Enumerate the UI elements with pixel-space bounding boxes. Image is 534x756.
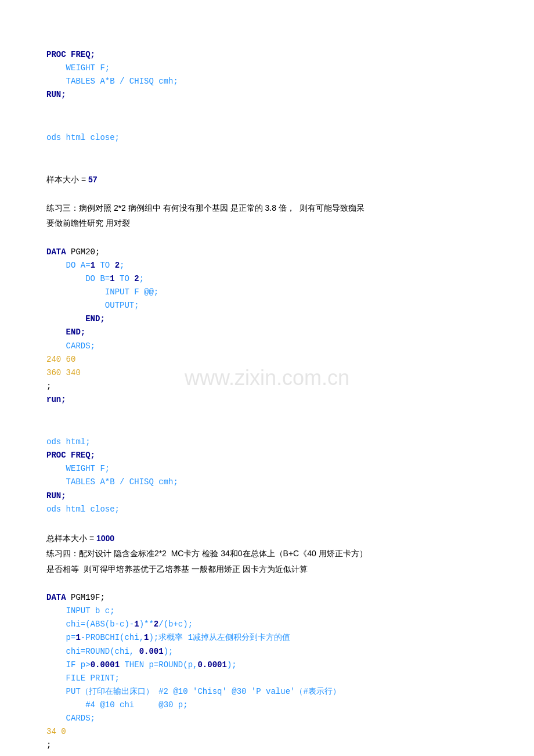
code-line: ; [46, 381, 51, 391]
code-line: p=1-PROBCHI(chi,1);求概率 1减掉从左侧积分到卡方的值 [46, 633, 290, 642]
code-line: RUN; [46, 491, 66, 501]
code-line: FILE PRINT; [46, 674, 120, 683]
data-pgm20-section: DATA PGM20; DO A=1 TO 2; DO B=1 TO 2; IN… [46, 232, 488, 420]
code-line: ; [46, 740, 51, 750]
code-line: chi=ROUND(chi, 0.001); [46, 647, 173, 656]
code-line: CARDS; [46, 341, 95, 351]
exercise-4-description: 练习四：配对设计 隐含金标准2*2 MC卡方 检验 34和0在总体上（B+C《4… [46, 547, 488, 560]
exercise-3-description: 练习三：病例对照 2*2 病例组中 有何没有那个基因 是正常的 3.8 倍， 则… [46, 201, 488, 214]
total-sample-size-value: 1000 [96, 534, 114, 543]
code-line: 360 340 [46, 368, 81, 377]
code-line: RUN; [46, 90, 66, 99]
code-line: ods html; [46, 437, 91, 447]
code-line: OUTPUT; [46, 301, 139, 310]
code-line: 34 0 [46, 727, 66, 736]
code-line: PROC FREQ; [46, 451, 95, 460]
sample-size-value-1: 57 [88, 175, 98, 184]
code-line: END; [46, 314, 105, 323]
code-line: PUT（打印在输出床口） #2 @10 'Chisq' @30 'P value… [46, 687, 341, 696]
exercise-3-description-2: 要做前瞻性研究 用对裂 [46, 217, 488, 229]
data-pgm19f-section: DATA PGM19F; INPUT b c; chi=(ABS(b-c)-1)… [46, 578, 488, 756]
ods-proc-freq-section-2: ods html; PROC FREQ; WEIGHT F; TABLES A*… [46, 422, 488, 530]
sample-size-1: 样本大小 = 57 [46, 173, 488, 186]
code-line: #4 @10 chi @30 p; [46, 700, 188, 710]
code-line: WEIGHT F; [46, 63, 110, 73]
code-line: DO B=1 TO 2; [46, 274, 144, 283]
code-line: 240 60 [46, 355, 75, 364]
code-line: IF p>0.0001 THEN p=ROUND(p,0.0001); [46, 660, 237, 669]
ods-close-section-1: ods html close; [46, 118, 488, 158]
code-line: DATA PGM20; [46, 247, 100, 257]
proc-freq-section-1: PROC FREQ; WEIGHT F; TABLES A*B / CHISQ … [46, 35, 488, 116]
code-line: run; [46, 395, 66, 404]
code-line: END; [46, 327, 85, 337]
code-line: CARDS; [46, 714, 95, 723]
code-line: chi=(ABS(b-c)-1)**2/(b+c); [46, 620, 193, 629]
code-line: TABLES A*B / CHISQ cmh; [46, 477, 178, 487]
code-line: INPUT F @@; [46, 287, 158, 297]
exercise-4-description-2: 是否相等 则可得甲培养基优于乙培养基 一般都用矫正 因卡方为近似计算 [46, 563, 488, 575]
code-line: DATA PGM19F; [46, 593, 105, 602]
code-line: WEIGHT F; [46, 464, 110, 473]
main-content: PROC FREQ; WEIGHT F; TABLES A*B / CHISQ … [46, 35, 488, 756]
code-line: PROC FREQ; [46, 50, 95, 59]
total-sample-size: 总样本大小 = 1000 [46, 532, 488, 545]
code-line: DO A=1 TO 2; [46, 261, 124, 270]
code-line: INPUT b c; [46, 606, 115, 615]
code-line: ods html close; [46, 133, 120, 142]
code-line: TABLES A*B / CHISQ cmh; [46, 77, 178, 86]
code-line: ods html close; [46, 505, 120, 514]
